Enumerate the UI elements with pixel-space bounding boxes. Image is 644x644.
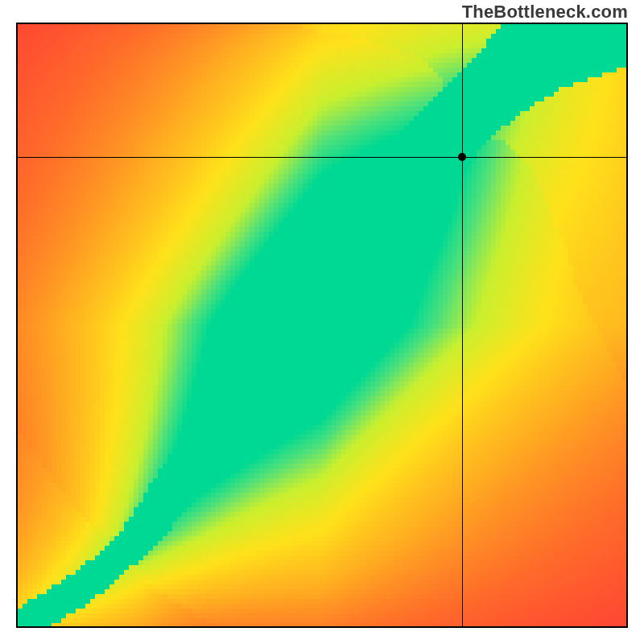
marker-dot [458,153,466,161]
crosshair-horizontal [18,157,626,158]
watermark-text: TheBottleneck.com [462,2,628,23]
chart-container: TheBottleneck.com [0,0,644,644]
bottleneck-heatmap [18,24,626,626]
crosshair-vertical [462,24,463,626]
